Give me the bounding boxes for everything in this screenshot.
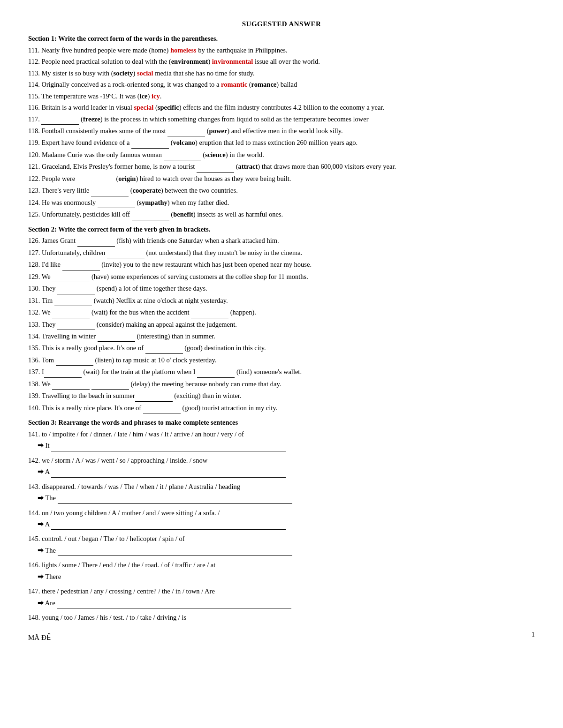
answer-115: icy — [152, 92, 160, 100]
item-125: 125. Unfortunately, pesticides kill off … — [28, 209, 535, 220]
item-124: 124. He was enormously (sympathy) when m… — [28, 197, 535, 208]
item-112: 112. People need practical solution to d… — [28, 56, 535, 67]
item-133: 133. They (consider) making an appeal ag… — [28, 319, 535, 330]
item-123: 123. There's very little (cooperate) bet… — [28, 185, 535, 196]
item-128: 128. I'd like (invite) you to the new re… — [28, 259, 535, 270]
item-136: 136. Tom (listen) to rap music at 10 o' … — [28, 355, 535, 366]
item-126: 126. James Grant (fish) with friends one… — [28, 235, 535, 246]
item-130: 130. They (spend) a lot of time together… — [28, 283, 535, 294]
item-113: 113. My sister is so busy with (society)… — [28, 68, 535, 78]
page-number: 1 — [28, 629, 535, 639]
answer-112: invironmental — [212, 58, 253, 65]
rearrange-146: 146. lights / some / There / end / the /… — [28, 560, 535, 582]
item-131: 131. Tim (watch) Netflix at nine o'clock… — [28, 295, 535, 306]
rearrange-141: 141. to / impolite / for / dinner. / lat… — [28, 429, 535, 451]
answer-113: social — [137, 69, 153, 77]
item-127: 127. Unfortunately, children (not unders… — [28, 248, 535, 258]
item-139: 139. Travelling to the beach in summer (… — [28, 390, 535, 401]
section2-heading: Section 2: Write the correct form of the… — [28, 224, 535, 234]
item-119: 119. Expert have found evidence of a (vo… — [28, 137, 535, 148]
item-137: 137. I (wait) for the train at the platf… — [28, 367, 535, 377]
item-111: 111. Nearly five hundred people were mad… — [28, 45, 535, 55]
item-117: 117. (freeze) is the process in which so… — [28, 114, 535, 125]
item-122: 122. People were (origin) hired to watch… — [28, 173, 535, 184]
rearrange-144: 144. on / two young children / A / mothe… — [28, 508, 535, 530]
rearrange-143: 143. disappeared. / towards / was / The … — [28, 481, 535, 504]
rearrange-148: 148. young / too / James / his / test. /… — [28, 612, 535, 623]
item-114: 114. Originally conceived as a rock-orie… — [28, 79, 535, 90]
rearrange-145: 145. control. / out / began / The / to /… — [28, 533, 535, 556]
item-121: 121. Graceland, Elvis Presley's former h… — [28, 161, 535, 172]
rearrange-147: 147. there / pedestrian / any / crossing… — [28, 586, 535, 608]
answer-111: homeless — [170, 46, 197, 54]
section3-heading: Section 3: Rearrange the words and phras… — [28, 417, 535, 428]
item-138: 138. We (delay) the meeting because nobo… — [28, 379, 535, 390]
item-135: 135. This is a really good place. It's o… — [28, 343, 535, 353]
answer-114: romantic — [221, 81, 247, 88]
item-120: 120. Madame Curie was the only famous wo… — [28, 150, 535, 160]
answer-116: special — [134, 104, 153, 111]
item-134: 134. Travelling in winter (interesting) … — [28, 331, 535, 342]
item-118: 118. Football consistently makes some of… — [28, 126, 535, 136]
page-title: SUGGESTED ANSWER — [28, 19, 535, 30]
item-116: 116. Britain is a world leader in visual… — [28, 102, 535, 113]
item-129: 129. We (have) some experiences of servi… — [28, 271, 535, 282]
item-115: 115. The temperature was -19ºC. It was (… — [28, 91, 535, 101]
item-132: 132. We (wait) for the bus when the acci… — [28, 307, 535, 318]
section1-heading: Section 1: Write the correct form of the… — [28, 33, 535, 44]
item-140: 140. This is a really nice place. It's o… — [28, 403, 535, 413]
rearrange-142: 142. we / storm / A / was / went / so / … — [28, 455, 535, 478]
